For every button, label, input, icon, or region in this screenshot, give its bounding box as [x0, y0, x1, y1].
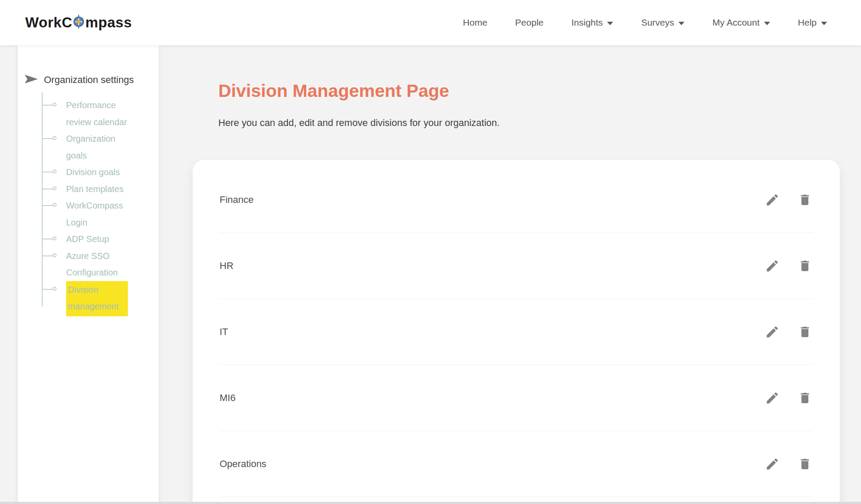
delete-division-button[interactable]	[797, 258, 813, 274]
tree-line	[42, 93, 43, 306]
trash-icon	[798, 193, 812, 207]
arrow-right-icon	[25, 72, 38, 91]
delete-division-button[interactable]	[797, 324, 813, 340]
logo-text-left: WorkC	[25, 14, 72, 31]
division-name: HR	[220, 260, 234, 272]
organization-settings-sidebar: Organization settings Performance review…	[18, 45, 159, 504]
pencil-icon	[765, 192, 780, 207]
edit-division-button[interactable]	[764, 456, 780, 472]
tree-node-icon	[53, 253, 57, 257]
trash-icon	[798, 391, 812, 405]
chevron-down-icon	[607, 22, 613, 25]
compass-icon	[72, 13, 85, 32]
division-row-operations: Operations	[220, 431, 813, 497]
division-row-it: IT	[220, 299, 813, 365]
trash-icon	[798, 325, 812, 339]
delete-division-button[interactable]	[797, 390, 813, 406]
edit-division-button[interactable]	[764, 324, 780, 340]
sidebar-item-azure-sso-configuration[interactable]: Azure SSO Configuration	[66, 248, 154, 281]
pencil-icon	[765, 457, 780, 471]
sidebar-item-performance-review-calendar[interactable]: Performance review calendar	[66, 97, 154, 130]
tree-node-icon	[53, 136, 57, 140]
tree-node-icon	[53, 186, 57, 190]
sidebar-item-division-goals[interactable]: Division goals	[66, 164, 154, 181]
tree-node-icon	[53, 236, 57, 240]
chevron-down-icon	[821, 22, 827, 25]
page-title: Division Management Page	[218, 81, 449, 101]
division-row-mi6: MI6	[220, 365, 813, 431]
sidebar-item-division-management[interactable]: Division management	[66, 281, 154, 316]
logo-text-right: mpass	[85, 14, 132, 31]
edit-division-button[interactable]	[764, 390, 780, 406]
delete-division-button[interactable]	[797, 192, 813, 208]
sidebar-item-plan-templates[interactable]: Plan templates	[66, 181, 154, 198]
sidebar-title: Organization settings	[18, 45, 159, 91]
horizontal-scrollbar[interactable]	[0, 502, 861, 504]
top-header: WorkC mpass Home People Insights Surveys	[0, 0, 861, 45]
tree-node-icon	[53, 287, 57, 291]
division-name: MI6	[220, 392, 236, 404]
nav-item-home[interactable]: Home	[463, 17, 487, 28]
workcompass-logo[interactable]: WorkC mpass	[25, 13, 132, 32]
sidebar-item-organization-goals[interactable]: Organization goals	[66, 130, 154, 164]
trash-icon	[798, 259, 812, 273]
nav-item-surveys[interactable]: Surveys	[641, 17, 684, 28]
division-row-hr: HR	[220, 233, 813, 299]
divisions-card: Finance HR IT	[193, 160, 840, 504]
trash-icon	[798, 457, 812, 471]
pencil-icon	[765, 325, 780, 339]
highlighted-current-item: Division management	[66, 281, 128, 316]
sidebar-item-workcompass-login[interactable]: WorkCompass Login	[66, 197, 154, 231]
division-row-finance: Finance	[220, 167, 813, 233]
pencil-icon	[765, 259, 780, 273]
division-name: IT	[220, 326, 228, 338]
main-nav: Home People Insights Surveys My Account …	[463, 17, 827, 28]
tree-node-icon	[53, 103, 57, 106]
settings-tree: Performance review calendar Organization…	[18, 97, 159, 316]
nav-item-help[interactable]: Help	[798, 17, 827, 28]
nav-item-people[interactable]: People	[515, 17, 544, 28]
tree-node-icon	[53, 169, 57, 173]
nav-item-my-account[interactable]: My Account	[712, 17, 770, 28]
sidebar-title-label: Organization settings	[44, 74, 134, 85]
division-name: Operations	[220, 458, 267, 470]
edit-division-button[interactable]	[764, 192, 780, 208]
tree-node-icon	[53, 203, 57, 207]
page-subtitle: Here you can add, edit and remove divisi…	[218, 117, 500, 129]
chevron-down-icon	[764, 22, 770, 25]
sidebar-item-adp-setup[interactable]: ADP Setup	[66, 231, 154, 248]
edit-division-button[interactable]	[764, 258, 780, 274]
delete-division-button[interactable]	[797, 456, 813, 472]
division-name: Finance	[220, 194, 254, 206]
chevron-down-icon	[678, 22, 684, 25]
pencil-icon	[765, 391, 780, 405]
nav-item-insights[interactable]: Insights	[571, 17, 613, 28]
